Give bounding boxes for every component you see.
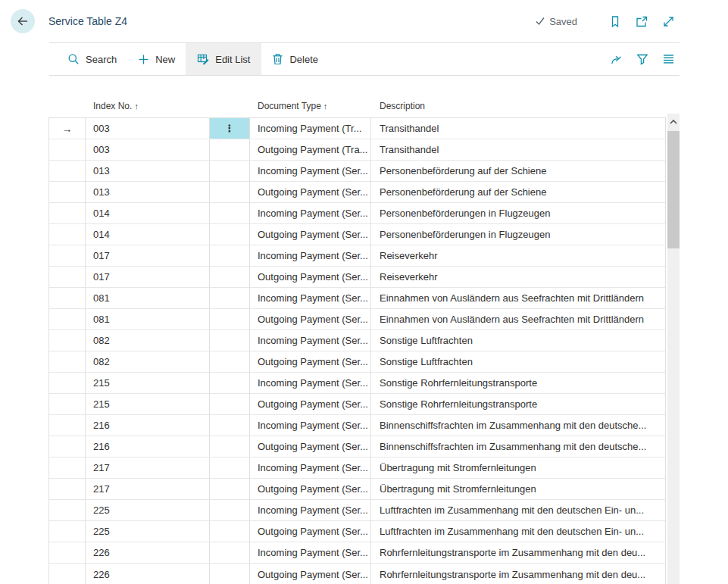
description-cell[interactable]: Binnenschiffsfrachten im Zusammenhang mi…	[371, 415, 665, 436]
row-ellipsis-cell[interactable]	[210, 351, 250, 372]
row-selector-cell[interactable]	[49, 458, 86, 478]
row-ellipsis-cell[interactable]	[210, 521, 250, 542]
document-type-cell[interactable]: Outgoing Payment (Ser...	[250, 224, 371, 245]
delete-button[interactable]: Delete	[261, 43, 329, 75]
index-no-cell[interactable]: 014	[86, 203, 210, 223]
table-row[interactable]: 013 Outgoing Payment (Ser... Personenbef…	[49, 182, 665, 203]
document-type-cell[interactable]: Incoming Payment (Tr...	[250, 118, 371, 139]
table-row[interactable]: 003 Outgoing Payment (Tra... Transithand…	[49, 139, 665, 161]
filter-icon[interactable]	[636, 52, 649, 66]
description-cell[interactable]: Sonstige Luftfrachten	[371, 330, 665, 351]
table-row[interactable]: 217 Outgoing Payment (Ser... Übertragung…	[49, 479, 665, 500]
index-no-cell[interactable]: 082	[86, 351, 210, 372]
table-row[interactable]: 225 Outgoing Payment (Ser... Luftfrachte…	[49, 521, 665, 542]
row-selector-cell[interactable]	[49, 309, 86, 329]
document-type-cell[interactable]: Incoming Payment (Ser...	[250, 203, 371, 223]
table-row[interactable]: 081 Incoming Payment (Ser... Einnahmen v…	[49, 288, 665, 309]
row-selector-cell[interactable]	[49, 415, 86, 436]
document-type-cell[interactable]: Incoming Payment (Ser...	[250, 415, 371, 436]
description-cell[interactable]: Personenbeförderung auf der Schiene	[371, 182, 665, 202]
table-row[interactable]: 215 Outgoing Payment (Ser... Sonstige Ro…	[49, 394, 665, 415]
description-cell[interactable]: Rohrfernleitungstransporte im Zusammenha…	[371, 542, 665, 563]
row-selector-cell[interactable]	[49, 521, 86, 542]
column-header-document-type[interactable]: Document Type↑	[250, 101, 371, 111]
row-ellipsis-cell[interactable]	[210, 564, 250, 584]
row-selector-cell[interactable]	[49, 288, 86, 308]
table-row[interactable]: 226 Incoming Payment (Ser... Rohrfernlei…	[49, 542, 665, 564]
row-selector-cell[interactable]	[49, 351, 86, 372]
row-ellipsis-cell[interactable]	[210, 161, 250, 181]
index-no-cell[interactable]: 081	[86, 309, 210, 329]
table-row[interactable]: 226 Outgoing Payment (Ser... Rohrfernlei…	[49, 564, 665, 584]
scroll-up-icon[interactable]	[667, 117, 680, 127]
index-no-cell[interactable]: 216	[86, 436, 210, 457]
row-selector-cell[interactable]	[49, 479, 86, 499]
index-no-cell[interactable]: 226	[86, 564, 210, 584]
table-row[interactable]: 014 Outgoing Payment (Ser... Personenbef…	[49, 224, 665, 245]
document-type-cell[interactable]: Outgoing Payment (Tra...	[250, 139, 371, 160]
document-type-cell[interactable]: Incoming Payment (Ser...	[250, 245, 371, 266]
table-row[interactable]: 216 Incoming Payment (Ser... Binnenschif…	[49, 415, 665, 436]
row-ellipsis-cell[interactable]	[210, 139, 250, 160]
row-selector-cell[interactable]	[49, 500, 86, 520]
description-cell[interactable]: Transithandel	[371, 139, 665, 160]
row-ellipsis-cell[interactable]	[210, 479, 250, 499]
document-type-cell[interactable]: Outgoing Payment (Ser...	[250, 521, 371, 542]
row-selector-cell[interactable]	[49, 394, 86, 414]
description-cell[interactable]: Luftfrachten im Zusammenhang mit den deu…	[371, 500, 665, 520]
table-row[interactable]: 217 Incoming Payment (Ser... Übertragung…	[49, 458, 665, 479]
table-row[interactable]: 017 Incoming Payment (Ser... Reiseverkeh…	[49, 245, 665, 267]
row-ellipsis-cell[interactable]	[210, 182, 250, 202]
index-no-cell[interactable]: 215	[86, 373, 210, 393]
scrollbar-thumb[interactable]	[667, 131, 680, 248]
new-button[interactable]: New	[127, 43, 186, 75]
index-no-cell[interactable]: 225	[86, 521, 210, 542]
document-type-cell[interactable]: Incoming Payment (Ser...	[250, 330, 371, 351]
table-row[interactable]: 216 Outgoing Payment (Ser... Binnenschif…	[49, 436, 665, 458]
document-type-cell[interactable]: Outgoing Payment (Ser...	[250, 309, 371, 329]
description-cell[interactable]: Binnenschiffsfrachten im Zusammenhang mi…	[371, 436, 665, 457]
index-no-cell[interactable]: 216	[86, 415, 210, 436]
row-selector-cell[interactable]	[49, 436, 86, 457]
index-no-cell[interactable]: 082	[86, 330, 210, 351]
share-icon[interactable]	[610, 52, 623, 66]
row-selector-cell[interactable]	[49, 224, 86, 245]
description-cell[interactable]: Sonstige Rohrfernleitungstransporte	[371, 373, 665, 393]
description-cell[interactable]: Reiseverkehr	[371, 267, 665, 287]
bookmark-icon[interactable]	[608, 14, 622, 28]
table-row[interactable]: 017 Outgoing Payment (Ser... Reiseverkeh…	[49, 267, 665, 288]
row-ellipsis-cell[interactable]	[210, 542, 250, 563]
row-selector-cell[interactable]	[49, 330, 86, 351]
description-cell[interactable]: Rohrfernleitungstransporte im Zusammenha…	[371, 564, 665, 584]
row-ellipsis-cell[interactable]	[210, 309, 250, 329]
row-ellipsis-cell[interactable]	[210, 436, 250, 457]
document-type-cell[interactable]: Incoming Payment (Ser...	[250, 161, 371, 181]
table-row[interactable]: 082 Incoming Payment (Ser... Sonstige Lu…	[49, 330, 665, 351]
document-type-cell[interactable]: Outgoing Payment (Ser...	[250, 394, 371, 414]
row-ellipsis-cell[interactable]	[210, 458, 250, 478]
table-row[interactable]: 014 Incoming Payment (Ser... Personenbef…	[49, 203, 665, 224]
table-row[interactable]: 013 Incoming Payment (Ser... Personenbef…	[49, 161, 665, 182]
index-no-cell[interactable]: 013	[86, 182, 210, 202]
row-ellipsis-cell[interactable]	[210, 500, 250, 520]
document-type-cell[interactable]: Incoming Payment (Ser...	[250, 288, 371, 308]
column-header-index-no[interactable]: Index No.↑	[86, 101, 210, 111]
index-no-cell[interactable]: 013	[86, 161, 210, 181]
row-ellipsis-cell[interactable]	[210, 415, 250, 436]
index-no-cell[interactable]: 226	[86, 542, 210, 563]
open-in-window-icon[interactable]	[635, 14, 648, 28]
row-selector-cell[interactable]	[49, 161, 86, 181]
row-selector-cell[interactable]	[49, 267, 86, 287]
row-selector-cell[interactable]	[49, 139, 86, 160]
back-button[interactable]	[11, 9, 35, 33]
row-ellipsis-cell[interactable]: ⋮	[210, 118, 250, 139]
row-selector-cell[interactable]: →	[49, 118, 86, 139]
row-selector-cell[interactable]	[49, 203, 86, 223]
document-type-cell[interactable]: Incoming Payment (Ser...	[250, 500, 371, 520]
row-ellipsis-cell[interactable]	[210, 288, 250, 308]
description-cell[interactable]: Einnahmen von Ausländern aus Seefrachten…	[371, 309, 665, 329]
edit-list-button[interactable]: Edit List	[186, 43, 261, 75]
row-ellipsis-cell[interactable]	[210, 330, 250, 351]
column-header-description[interactable]: Description	[371, 101, 666, 111]
table-row[interactable]: 225 Incoming Payment (Ser... Luftfrachte…	[49, 500, 665, 521]
